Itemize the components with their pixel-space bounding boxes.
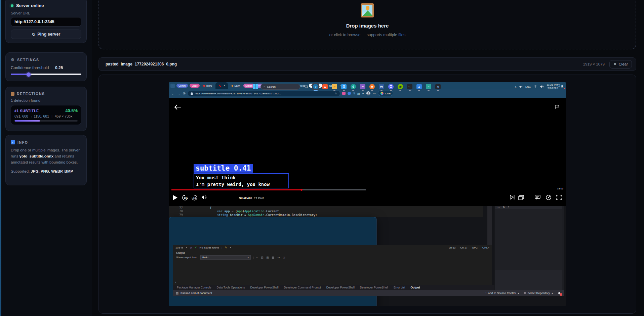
taskbar-app-nvidia[interactable]: ◉ xyxy=(397,83,404,90)
detection-bar-fill xyxy=(14,120,40,122)
panel-tab[interactable]: Developer PowerShell xyxy=(360,286,388,289)
taskbar-app-visual-studio[interactable]: ∞ xyxy=(359,83,366,90)
taskbar-app-terminal[interactable]: ›_ xyxy=(406,83,413,90)
tray-chevron-icon[interactable]: ∧ xyxy=(515,85,517,88)
detection-confidence-bar xyxy=(14,120,78,122)
show-output-from-label: Show output from: xyxy=(176,256,198,259)
ping-server-label: Ping server xyxy=(37,32,60,37)
windows-start-button[interactable] xyxy=(253,84,258,89)
supported-formats: Supported: JPG, PNG, WEBP, BMP xyxy=(11,169,81,173)
info-text: Drop one or multiple images. The server … xyxy=(11,147,81,165)
speaker-icon[interactable] xyxy=(540,85,544,88)
server-url-input[interactable]: http://127.0.0.1:2345 xyxy=(11,17,81,27)
tray-notification-icon[interactable] xyxy=(561,85,564,88)
output-toolbar-icon[interactable]: ☰ xyxy=(272,256,274,259)
output-toolbar-icon[interactable]: ⇥ xyxy=(277,256,280,259)
dropzone-title: Drop images here xyxy=(346,23,389,29)
close-icon: ✕ xyxy=(613,62,617,66)
slider-fill xyxy=(11,74,29,75)
server-card: Server online Server URL http://127.0.0.… xyxy=(5,0,87,43)
panel-tab[interactable]: Error List xyxy=(394,286,405,289)
code-line[interactable]: 77 { xyxy=(169,206,483,210)
output-toolbar-icon[interactable]: ⊞ xyxy=(266,256,269,259)
taskbar-app-dotnet[interactable]: d xyxy=(350,83,357,90)
muted-speaker-icon[interactable] xyxy=(519,85,523,88)
panel-tab[interactable]: Package Manager Console xyxy=(177,286,211,289)
taskbar-clock[interactable]: 11:21 PM 3/7/2026 xyxy=(547,83,558,90)
taskbar-app-vscode[interactable]: ⟨⟩ xyxy=(340,83,347,90)
output-toolbar-icon[interactable]: ◷ xyxy=(283,256,285,259)
taskbar-app-blender[interactable]: ◉ xyxy=(369,83,375,90)
code-line[interactable]: 79 string baseDir = AppDomain.CurrentDom… xyxy=(169,213,483,217)
panel-tab[interactable]: Developer PowerShell xyxy=(250,286,279,289)
notification-bell-icon[interactable]: 1 xyxy=(558,291,561,295)
output-toolbar-icon[interactable]: ⌁ xyxy=(256,256,258,259)
statusbar-message: Passed end of document xyxy=(180,291,212,295)
output-toolbar-icon[interactable]: ⊟ xyxy=(261,256,263,259)
ping-server-button[interactable]: ↻ Ping server xyxy=(11,30,81,39)
panel-tab[interactable]: Developer PowerShell xyxy=(326,286,355,289)
vs-statusbar: ▤ Passed end of document ↑Add to Source … xyxy=(173,290,564,296)
slider-thumb[interactable] xyxy=(26,72,31,77)
panel-tab[interactable]: Developer Command Prompt xyxy=(284,286,321,289)
server-url-label: Server URL xyxy=(11,11,81,15)
taskbar-app-task-view[interactable]: ❑ xyxy=(303,83,310,90)
server-status-dot xyxy=(11,4,13,7)
confidence-threshold-slider[interactable] xyxy=(11,74,81,75)
output-title: Output xyxy=(176,251,185,255)
image-dropzone[interactable]: Drop images here or click to browse — su… xyxy=(98,0,636,49)
clear-label: Clear xyxy=(619,62,628,66)
yolo-detection-app: Server online Server URL http://127.0.0.… xyxy=(0,0,644,316)
language-indicator[interactable]: ENG xyxy=(525,85,531,88)
detections-title: DETECTIONS xyxy=(17,92,45,96)
add-to-source-control[interactable]: ↑Add to Source Control▲ xyxy=(485,291,519,295)
annotated-screenshot[interactable]: ∞ FileEditViewGitProjectBuildDebugTestAn… xyxy=(169,82,566,306)
issues-status: No issues found xyxy=(200,246,219,249)
taskbar-app-app-a[interactable]: A xyxy=(435,83,441,90)
picture-icon xyxy=(361,3,374,17)
edge-accent-strip xyxy=(0,0,1,316)
file-bar: pasted_image_1772924921306_0.png 1919 × … xyxy=(98,57,636,71)
panel-tab[interactable]: Output xyxy=(410,286,420,289)
settings-card: ⚙ SETTINGS Confidence threshold — 0.25 xyxy=(5,52,87,81)
taskbar-app-notes[interactable]: ≡ xyxy=(425,83,432,90)
file-name: pasted_image_1772924921306_0.png xyxy=(106,62,583,66)
search-icon: ⌕ xyxy=(264,85,265,88)
zoom-level[interactable]: 103 % xyxy=(175,246,183,249)
code-line[interactable]: 78 var app = (App)Application.Current xyxy=(169,210,483,213)
result-image-panel: ∞ FileEditViewGitProjectBuildDebugTestAn… xyxy=(98,75,636,314)
taskbar-app-brave[interactable]: ▲ xyxy=(322,83,328,90)
package-icon xyxy=(11,92,14,96)
clear-button[interactable]: ✕ Clear xyxy=(609,60,632,69)
wifi-icon[interactable] xyxy=(533,85,537,88)
detection-confidence: 40.5% xyxy=(65,108,78,113)
caret-position: Ln 53Ch 17SPCCRLF xyxy=(449,246,489,249)
server-status-label: Server online xyxy=(16,3,44,8)
taskbar-app-photos[interactable]: ▲ xyxy=(416,83,422,90)
output-panel: Output Show output from: Build▾ | ⌁⊟⊞☰⇥◷… xyxy=(173,250,492,285)
image-dimensions: 1919 × 1079 xyxy=(583,62,605,66)
detections-card: DETECTIONS 1 detection found #1 SUBTITLE… xyxy=(5,87,87,131)
confidence-threshold-label: Confidence threshold — 0.25 xyxy=(11,65,81,70)
settings-title: SETTINGS xyxy=(17,58,39,62)
dropzone-subtitle: or click to browse — supports multiple f… xyxy=(329,33,406,37)
detection-item[interactable]: #1 SUBTITLE 40.5% 691, 608 → 1150, 681 |… xyxy=(11,105,81,125)
taskbar-app-explorer[interactable]: ▰ xyxy=(331,83,338,90)
editor-status-strip: 103 % ▾ ⊜ ✔No issues found |✎▾ Ln 53Ch 1… xyxy=(173,245,492,250)
info-icon: i xyxy=(11,140,15,144)
taskbar-app-discord[interactable]: ᗜ xyxy=(388,83,394,90)
properties-body xyxy=(495,209,562,270)
taskbar-search[interactable]: ⌕ Search xyxy=(260,84,300,90)
taskbar-app-edge[interactable]: e xyxy=(312,83,319,90)
detection-rank: #1 SUBTITLE xyxy=(14,109,39,113)
select-repository[interactable]: ⊞Select Repository▲ xyxy=(524,291,553,295)
gear-icon: ⚙ xyxy=(11,57,15,62)
info-title: INFO xyxy=(17,140,28,144)
output-source-dropdown[interactable]: Build▾ xyxy=(200,255,251,260)
taskbar-app-word[interactable]: W xyxy=(378,83,385,90)
info-card: i INFO Drop one or multiple images. The … xyxy=(5,135,87,185)
refresh-icon: ↻ xyxy=(32,32,35,37)
detection-count: 1 detection found xyxy=(11,98,81,102)
detection-coords: 691, 608 → 1150, 681 | 459 × 73px xyxy=(14,114,78,118)
panel-tab[interactable]: Data Tools Operations xyxy=(217,286,245,289)
